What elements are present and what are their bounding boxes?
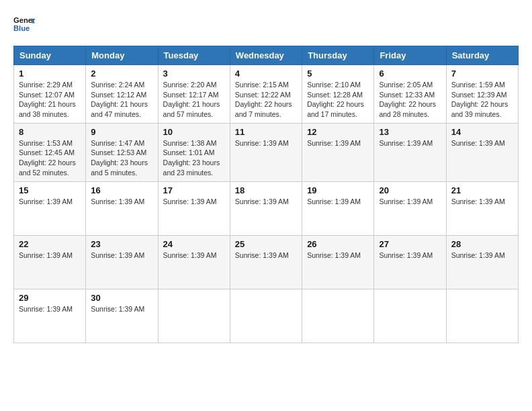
logo-icon: General Blue	[13, 13, 35, 35]
day-number: 1	[19, 68, 81, 79]
calendar-week-5: 29Sunrise: 1:39 AM30Sunrise: 1:39 AM	[14, 289, 519, 342]
svg-text:Blue: Blue	[13, 24, 30, 32]
day-number: 24	[163, 239, 225, 249]
weekday-header-monday: Monday	[86, 46, 158, 65]
day-info: Sunrise: 1:39 AM	[451, 197, 513, 207]
day-number: 17	[163, 185, 225, 195]
weekday-header-tuesday: Tuesday	[158, 46, 230, 65]
day-info: Sunrise: 2:15 AM Sunset: 12:22 AM Daylig…	[235, 80, 297, 120]
day-number: 12	[307, 127, 369, 137]
day-info: Sunrise: 2:24 AM Sunset: 12:12 AM Daylig…	[91, 80, 152, 120]
day-number: 11	[235, 127, 297, 137]
day-number: 30	[91, 293, 152, 303]
calendar-day: 21Sunrise: 1:39 AM	[446, 181, 518, 235]
day-number: 14	[451, 127, 513, 137]
day-info: Sunrise: 1:39 AM	[235, 250, 297, 261]
day-number: 27	[379, 239, 441, 249]
calendar-day	[374, 289, 446, 342]
calendar-day: 24Sunrise: 1:39 AM	[158, 235, 230, 289]
calendar-day: 22Sunrise: 1:39 AM	[14, 235, 86, 289]
calendar-day: 10Sunrise: 1:38 AM Sunset: 1:01 AM Dayli…	[158, 123, 230, 181]
calendar-day: 2Sunrise: 2:24 AM Sunset: 12:12 AM Dayli…	[86, 65, 158, 124]
day-info: Sunrise: 1:39 AM	[91, 197, 152, 207]
day-info: Sunrise: 1:39 AM	[19, 250, 81, 261]
day-info: Sunrise: 1:38 AM Sunset: 1:01 AM Dayligh…	[163, 138, 225, 178]
day-number: 28	[451, 239, 513, 249]
day-number: 13	[379, 127, 441, 137]
day-info: Sunrise: 1:39 AM	[307, 138, 369, 148]
day-info: Sunrise: 1:39 AM	[451, 138, 513, 148]
calendar-day: 14Sunrise: 1:39 AM	[446, 123, 518, 181]
calendar-day: 25Sunrise: 1:39 AM	[230, 235, 302, 289]
calendar-day: 26Sunrise: 1:39 AM	[302, 235, 374, 289]
calendar-day: 28Sunrise: 1:39 AM	[446, 235, 518, 289]
day-number: 2	[91, 68, 152, 79]
day-number: 4	[235, 68, 297, 79]
calendar-day: 13Sunrise: 1:39 AM	[374, 123, 446, 181]
page-header: General Blue	[13, 13, 519, 35]
day-number: 20	[379, 185, 441, 195]
calendar-day: 17Sunrise: 1:39 AM	[158, 181, 230, 235]
day-info: Sunrise: 1:39 AM	[235, 197, 297, 207]
calendar-day	[158, 289, 230, 342]
day-number: 7	[451, 68, 513, 79]
calendar-day	[230, 289, 302, 342]
calendar-day: 30Sunrise: 1:39 AM	[86, 289, 158, 342]
day-number: 5	[307, 68, 369, 79]
day-number: 21	[451, 185, 513, 195]
day-number: 3	[163, 68, 225, 79]
day-info: Sunrise: 1:39 AM	[379, 250, 441, 261]
day-info: Sunrise: 1:59 AM Sunset: 12:39 AM Daylig…	[451, 80, 513, 120]
day-number: 15	[19, 185, 81, 195]
day-number: 22	[19, 239, 81, 249]
day-info: Sunrise: 1:39 AM	[379, 138, 441, 148]
calendar-week-3: 15Sunrise: 1:39 AM16Sunrise: 1:39 AM17Su…	[14, 181, 519, 235]
calendar-day: 20Sunrise: 1:39 AM	[374, 181, 446, 235]
day-info: Sunrise: 1:53 AM Sunset: 12:45 AM Daylig…	[19, 138, 81, 178]
calendar-day: 19Sunrise: 1:39 AM	[302, 181, 374, 235]
calendar-day: 18Sunrise: 1:39 AM	[230, 181, 302, 235]
day-info: Sunrise: 1:39 AM	[451, 250, 513, 261]
day-info: Sunrise: 1:39 AM	[307, 197, 369, 207]
day-info: Sunrise: 2:10 AM Sunset: 12:28 AM Daylig…	[307, 80, 369, 120]
calendar-day: 8Sunrise: 1:53 AM Sunset: 12:45 AM Dayli…	[14, 123, 86, 181]
day-info: Sunrise: 1:39 AM	[19, 304, 81, 314]
weekday-header-wednesday: Wednesday	[230, 46, 302, 65]
day-number: 9	[91, 127, 152, 137]
calendar-week-4: 22Sunrise: 1:39 AM23Sunrise: 1:39 AM24Su…	[14, 235, 519, 289]
calendar-day: 4Sunrise: 2:15 AM Sunset: 12:22 AM Dayli…	[230, 65, 302, 124]
calendar-week-2: 8Sunrise: 1:53 AM Sunset: 12:45 AM Dayli…	[14, 123, 519, 181]
calendar-table: SundayMondayTuesdayWednesdayThursdayFrid…	[13, 46, 519, 343]
weekday-header-saturday: Saturday	[446, 46, 518, 65]
day-info: Sunrise: 2:05 AM Sunset: 12:33 AM Daylig…	[379, 80, 441, 120]
day-info: Sunrise: 1:39 AM	[163, 197, 225, 207]
day-info: Sunrise: 1:39 AM	[235, 138, 297, 148]
calendar-day: 11Sunrise: 1:39 AM	[230, 123, 302, 181]
calendar-week-1: 1Sunrise: 2:29 AM Sunset: 12:07 AM Dayli…	[14, 65, 519, 124]
calendar-day: 29Sunrise: 1:39 AM	[14, 289, 86, 342]
weekday-header-sunday: Sunday	[14, 46, 86, 65]
calendar-day: 3Sunrise: 2:20 AM Sunset: 12:17 AM Dayli…	[158, 65, 230, 124]
calendar-day: 1Sunrise: 2:29 AM Sunset: 12:07 AM Dayli…	[14, 65, 86, 124]
day-number: 23	[91, 239, 152, 249]
calendar-day: 12Sunrise: 1:39 AM	[302, 123, 374, 181]
day-info: Sunrise: 1:39 AM	[91, 304, 152, 314]
day-number: 6	[379, 68, 441, 79]
day-number: 10	[163, 127, 225, 137]
day-number: 25	[235, 239, 297, 249]
day-number: 29	[19, 293, 81, 303]
day-info: Sunrise: 1:39 AM	[19, 197, 81, 207]
weekday-header-thursday: Thursday	[302, 46, 374, 65]
calendar-day: 5Sunrise: 2:10 AM Sunset: 12:28 AM Dayli…	[302, 65, 374, 124]
calendar-day: 15Sunrise: 1:39 AM	[14, 181, 86, 235]
calendar-day: 7Sunrise: 1:59 AM Sunset: 12:39 AM Dayli…	[446, 65, 518, 124]
day-number: 8	[19, 127, 81, 137]
calendar-day	[302, 289, 374, 342]
calendar-day: 16Sunrise: 1:39 AM	[86, 181, 158, 235]
day-info: Sunrise: 2:20 AM Sunset: 12:17 AM Daylig…	[163, 80, 225, 120]
weekday-header-row: SundayMondayTuesdayWednesdayThursdayFrid…	[14, 46, 519, 65]
day-info: Sunrise: 1:39 AM	[307, 250, 369, 261]
day-info: Sunrise: 1:39 AM	[379, 197, 441, 207]
calendar-day: 27Sunrise: 1:39 AM	[374, 235, 446, 289]
weekday-header-friday: Friday	[374, 46, 446, 65]
